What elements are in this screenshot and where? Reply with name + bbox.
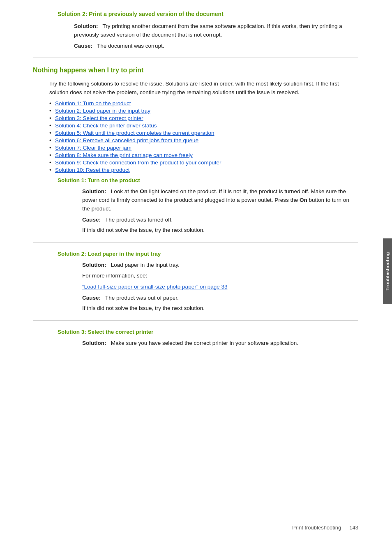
solution2-body: Solution: Try printing another document … <box>74 22 358 51</box>
solution2-cause-text: The document was corrupt. <box>97 43 164 49</box>
nothing-happens-intro: Try the following solutions to resolve t… <box>49 80 358 97</box>
sol3-header: Solution 3: Select the correct printer <box>58 328 358 337</box>
page-number: 143 <box>349 525 358 531</box>
sol-link-3[interactable]: Solution 3: Select the correct printer <box>55 115 143 121</box>
sol2-block: Solution 2: Load paper in the input tray… <box>58 250 358 313</box>
solution2-solution-text: Try printing another document from the s… <box>74 23 342 38</box>
list-item: Solution 2: Load paper in the input tray <box>49 108 358 114</box>
sol1-cause-text: The product was turned off. <box>105 217 173 223</box>
sol2-link[interactable]: “Load full-size paper or small-size phot… <box>82 284 227 290</box>
solution2-block: Solution 2: Print a previously saved ver… <box>58 10 358 50</box>
sol1-text-pre: Look at the <box>111 188 140 194</box>
list-item: Solution 6: Remove all cancelled print j… <box>49 137 358 143</box>
solution2-cause-label: Cause: <box>74 43 92 49</box>
sol3-block: Solution 3: Select the correct printer S… <box>58 328 358 348</box>
page-container: Troubleshooting Solution 2: Print a prev… <box>0 0 392 543</box>
sol2-if-not: If this did not solve the issue, try the… <box>82 304 358 313</box>
sol3-solution-text: Make sure you have selected the correct … <box>111 340 298 346</box>
sol-link-5[interactable]: Solution 5: Wait until the product compl… <box>55 130 214 136</box>
sol1-bold1: On <box>140 188 148 194</box>
list-item: Solution 4: Check the printer driver sta… <box>49 122 358 129</box>
divider-2 <box>33 242 358 243</box>
sol1-content: Solution: Look at the On light located o… <box>82 187 358 235</box>
sol1-solution-label: Solution: <box>82 188 106 194</box>
footer: Print troubleshooting 143 <box>0 525 383 531</box>
list-item: Solution 3: Select the correct printer <box>49 115 358 121</box>
solution2-solution-para: Solution: Try printing another document … <box>74 22 358 39</box>
divider-3 <box>33 320 358 321</box>
sol2-header: Solution 2: Load paper in the input tray <box>58 250 358 259</box>
sol2-cause-para: Cause: The product was out of paper. <box>82 294 358 303</box>
side-tab: Troubleshooting <box>383 238 392 304</box>
sol2-cause-label: Cause: <box>82 295 101 301</box>
nothing-happens-body: Try the following solutions to resolve t… <box>49 80 358 97</box>
list-item: Solution 1: Turn on the product <box>49 100 358 106</box>
sol3-solution-para: Solution: Make sure you have selected th… <box>82 339 358 348</box>
sol1-block: Solution 1: Turn on the product Solution… <box>58 176 358 235</box>
solution2-header: Solution 2: Print a previously saved ver… <box>58 10 358 19</box>
sol-link-9[interactable]: Solution 9: Check the connection from th… <box>55 159 221 166</box>
solution2-solution-label: Solution: <box>74 23 98 29</box>
sol1-cause-para: Cause: The product was turned off. <box>82 216 358 224</box>
sol-link-10[interactable]: Solution 10: Reset the product <box>55 167 130 173</box>
sol-link-8[interactable]: Solution 8: Make sure the print carriage… <box>55 152 193 158</box>
solutions-list: Solution 1: Turn on the product Solution… <box>49 100 358 173</box>
sol1-solution-para: Solution: Look at the On light located o… <box>82 187 358 213</box>
list-item: Solution 5: Wait until the product compl… <box>49 130 358 136</box>
sol3-solution-label: Solution: <box>82 340 106 346</box>
sol3-content: Solution: Make sure you have selected th… <box>82 339 358 348</box>
sol2-for-more: For more information, see: <box>82 272 358 280</box>
list-item: Solution 7: Clear the paper jam <box>49 145 358 151</box>
nothing-happens-section: Nothing happens when I try to print Try … <box>33 65 358 173</box>
main-content: Solution 2: Print a previously saved ver… <box>0 0 383 383</box>
sol-link-7[interactable]: Solution 7: Clear the paper jam <box>55 145 131 151</box>
sol-link-1[interactable]: Solution 1: Turn on the product <box>55 100 131 106</box>
sol-link-4[interactable]: Solution 4: Check the printer driver sta… <box>55 122 157 129</box>
sol2-solution-label: Solution: <box>82 262 106 268</box>
footer-title: Print troubleshooting <box>292 525 341 531</box>
side-tab-label: Troubleshooting <box>385 252 390 291</box>
list-item: Solution 8: Make sure the print carriage… <box>49 152 358 158</box>
sol2-cause-text: The product was out of paper. <box>105 295 179 301</box>
solution2-cause-para: Cause: The document was corrupt. <box>74 42 358 51</box>
sol-link-2[interactable]: Solution 2: Load paper in the input tray <box>55 108 150 114</box>
sol2-link-para: “Load full-size paper or small-size phot… <box>82 283 358 291</box>
sol1-cause-label: Cause: <box>82 217 101 223</box>
list-item: Solution 10: Reset the product <box>49 167 358 173</box>
sol2-content: Solution: Load paper in the input tray. … <box>82 261 358 313</box>
sol1-if-not: If this did not solve the issue, try the… <box>82 226 358 235</box>
list-item: Solution 9: Check the connection from th… <box>49 159 358 166</box>
divider-1 <box>33 58 358 58</box>
sol1-bold2: On <box>300 197 307 203</box>
sol1-header: Solution 1: Turn on the product <box>58 176 358 185</box>
sol2-solution-text: Load paper in the input tray. <box>111 262 180 268</box>
sol2-solution-para: Solution: Load paper in the input tray. <box>82 261 358 270</box>
nothing-happens-title: Nothing happens when I try to print <box>33 65 358 76</box>
sol-link-6[interactable]: Solution 6: Remove all cancelled print j… <box>55 137 198 143</box>
